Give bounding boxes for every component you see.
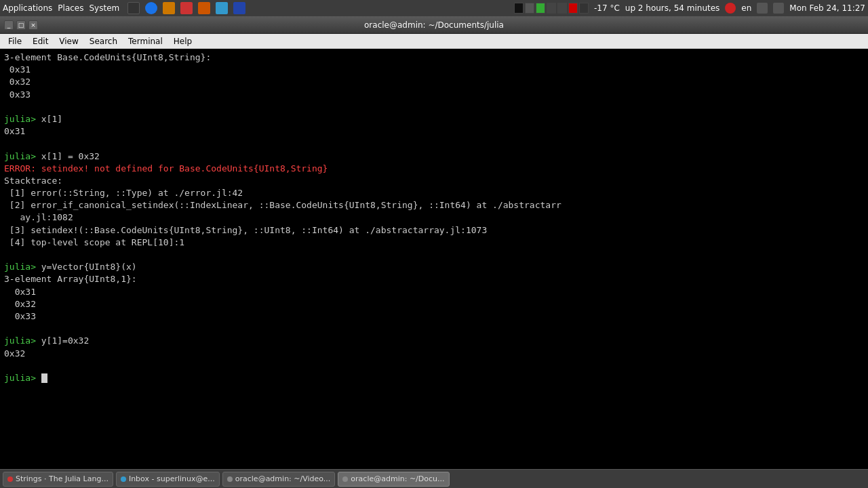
taskbar-item-label: oracle@admin: ~/Video... — [235, 474, 331, 483]
blank-line — [4, 138, 864, 150]
menu-search[interactable]: Search — [84, 35, 123, 47]
stacktrace-header: Stacktrace: — [4, 175, 864, 187]
taskbar-item-label: oracle@admin: ~/Docu... — [351, 474, 444, 483]
output-line: 0x32 — [4, 298, 864, 310]
output-line: 3-element Base.CodeUnits{UInt8,String}: — [4, 52, 864, 64]
error-line: ERROR: setindex! not defined for Base.Co… — [4, 163, 864, 175]
blank-line — [4, 360, 864, 372]
julia-prompt: julia> — [4, 373, 41, 383]
taskbar-item-label: Strings · The Julia Lang... — [16, 474, 108, 483]
menu-file[interactable]: File — [3, 35, 27, 47]
blank-line — [4, 101, 864, 113]
output-line: 0x31 — [4, 286, 864, 298]
applications-menu[interactable]: Applications — [3, 3, 52, 13]
output-line: 0x32 — [4, 348, 864, 360]
taskbar-item-icon — [7, 476, 13, 482]
tool-icon[interactable] — [180, 2, 193, 14]
taskbar-item-inbox[interactable]: Inbox - superlinux@e... — [116, 472, 220, 487]
system-menu[interactable]: System — [89, 3, 119, 13]
datetime: Mon Feb 24, 11:27 — [789, 3, 865, 13]
menu-edit[interactable]: Edit — [27, 35, 54, 47]
stacktrace-line-2: [2] error_if_canonical_setindex(::IndexL… — [4, 199, 864, 211]
prompt-line: julia> y[1]=0x32 — [4, 335, 864, 347]
terminal-window: _ □ × oracle@admin: ~/Documents/julia Fi… — [0, 16, 868, 469]
stacktrace-line-2b: ay.jl:1082 — [4, 211, 864, 224]
archive-icon[interactable] — [198, 2, 210, 14]
close-button[interactable]: × — [28, 20, 38, 30]
network-icon — [757, 3, 768, 14]
prompt-line: julia> y=Vector{UInt8}(x) — [4, 261, 864, 273]
uptime: up 2 hours, 54 minutes — [625, 3, 720, 13]
audio-icon — [773, 3, 784, 14]
menu-terminal[interactable]: Terminal — [123, 35, 168, 47]
command-text: y=Vector{UInt8}(x) — [41, 262, 137, 272]
places-menu[interactable]: Places — [58, 3, 83, 13]
stacktrace-line-3: [3] setindex!(::Base.CodeUnits{UInt8,Str… — [4, 224, 864, 237]
taskbar-item-video[interactable]: oracle@admin: ~/Video... — [222, 472, 336, 487]
app-icon-6[interactable] — [233, 2, 245, 14]
output-line: 0x33 — [4, 89, 864, 101]
output-line: 3-element Array{UInt8,1}: — [4, 273, 864, 285]
window-title: oracle@admin: ~/Documents/julia — [45, 20, 823, 30]
taskbar-item-docu[interactable]: oracle@admin: ~/Docu... — [338, 472, 449, 487]
blank-line — [4, 249, 864, 261]
stacktrace-line-1: [1] error(::String, ::Type) at ./error.j… — [4, 187, 864, 199]
prompt-line: julia> x[1] — [4, 113, 864, 125]
julia-prompt: julia> — [4, 151, 41, 161]
maximize-button[interactable]: □ — [16, 20, 26, 30]
app-icon-5[interactable] — [216, 2, 228, 14]
julia-prompt: julia> — [4, 336, 41, 346]
stacktrace-line-4: [4] top-level scope at REPL[10]:1 — [4, 237, 864, 249]
system-bar: Applications Places System -17 °C up 2 h… — [0, 0, 868, 16]
taskbar-item-icon — [227, 476, 233, 482]
terminal-icon[interactable] — [127, 2, 140, 14]
taskbar-item-strings[interactable]: Strings · The Julia Lang... — [3, 472, 113, 487]
output-line: 0x31 — [4, 64, 864, 76]
command-text: x[1] = 0x32 — [41, 151, 100, 161]
prompt-line: julia> x[1] = 0x32 — [4, 150, 864, 163]
taskbar: Strings · The Julia Lang... Inbox - supe… — [0, 469, 868, 488]
system-bar-left: Applications Places System — [3, 2, 245, 14]
system-bar-right: -17 °C up 2 hours, 54 minutes en Mon Feb… — [514, 3, 865, 14]
command-text: y[1]=0x32 — [41, 336, 89, 346]
taskbar-item-label: Inbox - superlinux@e... — [129, 474, 215, 483]
terminal-content[interactable]: 3-element Base.CodeUnits{UInt8,String}: … — [0, 49, 868, 469]
taskbar-item-icon — [121, 476, 126, 482]
taskbar-item-icon — [342, 476, 348, 482]
menu-view[interactable]: View — [54, 35, 83, 47]
terminal-cursor — [41, 373, 47, 383]
output-line: 0x31 — [4, 125, 864, 138]
output-line: 0x33 — [4, 310, 864, 323]
julia-prompt: julia> — [4, 262, 41, 272]
active-prompt-line[interactable]: julia> — [4, 372, 864, 384]
title-bar: _ □ × oracle@admin: ~/Documents/julia — [0, 16, 868, 34]
lang-indicator: en — [741, 3, 751, 13]
minimize-button[interactable]: _ — [4, 20, 14, 30]
shutdown-icon[interactable] — [725, 3, 736, 14]
temperature: -17 °C — [594, 3, 620, 13]
title-bar-left-spacer: _ □ × — [4, 20, 45, 30]
menu-help[interactable]: Help — [168, 35, 197, 47]
browser-icon[interactable] — [145, 2, 157, 14]
julia-prompt: julia> — [4, 114, 41, 124]
command-text: x[1] — [41, 114, 62, 124]
output-line: 0x32 — [4, 76, 864, 88]
menu-bar: File Edit View Search Terminal Help — [0, 34, 868, 49]
media-icon[interactable] — [163, 2, 175, 14]
blank-line — [4, 323, 864, 335]
